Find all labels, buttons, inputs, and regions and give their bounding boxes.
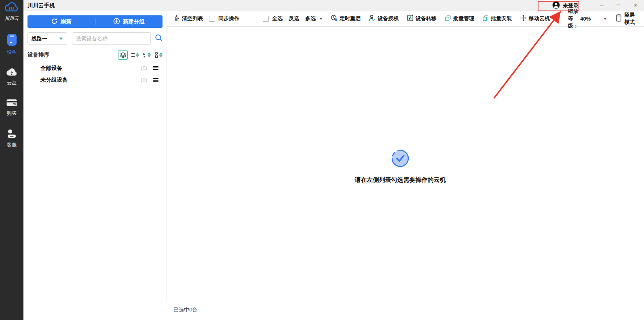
device-auth-button[interactable]: 设备授权	[369, 15, 399, 23]
sort-by-time-button[interactable]	[154, 52, 163, 58]
clear-list-button[interactable]: 清空列表	[173, 15, 203, 23]
chevron-down-icon	[59, 38, 63, 40]
refresh-button[interactable]: 刷新	[27, 15, 95, 28]
sync-operation-label: 同步操作	[218, 15, 239, 22]
magnifier-icon[interactable]	[155, 34, 163, 44]
sync-operation-checkbox[interactable]	[209, 16, 215, 22]
move-cloud-button[interactable]: 移动云机	[520, 15, 550, 23]
sort-title: 设备排序	[27, 51, 49, 59]
action-toolbar: 清空列表 同步操作 全选 反选 多选 定时重启	[167, 11, 644, 27]
multi-select-dropdown[interactable]: 多选	[305, 15, 323, 22]
phone-icon	[6, 34, 17, 48]
panel-action-bar: 刷新 新建分组	[27, 15, 163, 28]
device-transfer-button[interactable]: 设备转移	[407, 15, 437, 23]
sidebar-item-support[interactable]: 客服	[0, 129, 23, 148]
app-title: 川川云手机	[23, 2, 55, 9]
timed-restart-label: 定时重启	[340, 15, 361, 22]
batch-install-button[interactable]: 批量安装	[482, 15, 512, 23]
group-count: (0)	[141, 65, 147, 71]
empty-state-text: 请在左侧列表勾选需要操作的云机	[355, 176, 446, 184]
portrait-mode-button[interactable]: 竖屏模式	[616, 11, 638, 26]
broom-icon	[173, 15, 180, 23]
sort-by-list-button[interactable]	[131, 53, 139, 58]
zoom-level-dropdown[interactable]: 缩放等级： 40%	[568, 8, 607, 29]
multi-select-label: 多选	[305, 15, 316, 22]
sidebar-item-label: 客服	[7, 141, 17, 148]
batch-manage-button[interactable]: 批量管理	[445, 15, 474, 23]
sync-operation-toggle[interactable]: 同步操作	[209, 15, 239, 22]
app-sidebar: 川川云 设备 云盘	[0, 0, 23, 320]
group-name: 未分组设备	[40, 76, 68, 84]
copy-icon	[482, 15, 489, 23]
batch-install-label: 批量安装	[491, 15, 512, 22]
zoom-level-label: 缩放等级：	[568, 8, 580, 29]
plus-circle-icon	[113, 18, 120, 26]
main-content: 请在左侧列表勾选需要操作的云机 已选中0台	[167, 27, 644, 320]
sidebar-item-label: 购买	[7, 110, 17, 117]
move-arrows-icon	[520, 15, 527, 23]
sidebar-item-cloud-disk[interactable]: 云盘	[0, 68, 23, 86]
select-all-label: 全选	[272, 15, 283, 22]
empty-state: 请在左侧列表勾选需要操作的云机	[162, 149, 639, 184]
invert-selection-button[interactable]: 反选	[289, 15, 299, 22]
swap-box-icon	[407, 15, 414, 23]
phone-outline-icon	[616, 14, 622, 23]
svg-text:Z: Z	[144, 55, 146, 58]
portrait-mode-label: 竖屏模式	[624, 11, 638, 26]
refresh-label: 刷新	[61, 18, 72, 25]
group-row-all-devices[interactable]: 全部设备 (0)	[23, 62, 167, 74]
layers-icon	[120, 52, 127, 59]
sort-by-name-button[interactable]: A Z	[143, 52, 151, 58]
customer-service-icon	[6, 129, 17, 140]
titlebar: 川川云手机 未登录 ─ □ ✕	[23, 0, 644, 11]
sort-arrows-icon	[136, 53, 139, 57]
clear-list-label: 清空列表	[182, 15, 203, 22]
app-logo: 川川云	[0, 0, 23, 21]
cloud-logo-icon	[4, 2, 19, 15]
line-select-dropdown[interactable]: 线路一	[27, 32, 67, 45]
select-all-checkbox[interactable]	[263, 16, 269, 22]
cloud-upload-icon	[6, 68, 17, 78]
clock-icon	[331, 15, 338, 23]
toolbar-separator	[563, 15, 563, 22]
selection-status: 已选中0台	[173, 306, 197, 314]
new-group-label: 新建分组	[123, 18, 145, 25]
group-row-ungrouped[interactable]: 未分组设备 (0)	[23, 74, 167, 86]
group-count: (0)	[141, 77, 147, 83]
search-box	[72, 32, 151, 45]
list-lines-icon	[131, 53, 135, 58]
sort-by-group-button[interactable]	[118, 50, 128, 60]
sort-arrows-icon	[148, 53, 151, 57]
group-menu-icon[interactable]	[153, 66, 158, 70]
status-suffix: 台	[192, 307, 197, 313]
group-name: 全部设备	[40, 65, 62, 72]
chevron-down-icon[interactable]	[604, 18, 607, 20]
sidebar-item-devices[interactable]: 设备	[0, 34, 23, 56]
chevron-down-icon[interactable]	[319, 18, 323, 20]
move-cloud-label: 移动云机	[529, 15, 550, 22]
device-group-panel: 刷新 新建分组 线路一 设备排序	[23, 11, 167, 320]
sidebar-item-label: 设备	[7, 49, 17, 56]
bank-card-icon	[6, 99, 17, 109]
user-check-icon	[369, 15, 376, 23]
line-select-value: 线路一	[32, 35, 47, 42]
search-input[interactable]	[76, 36, 147, 42]
timed-restart-button[interactable]: 定时重启	[331, 15, 361, 23]
refresh-circle-icon	[51, 18, 58, 26]
a-z-icon: A Z	[143, 52, 147, 58]
select-all-toggle[interactable]: 全选	[263, 15, 283, 22]
sidebar-item-label: 云盘	[7, 80, 17, 86]
device-auth-label: 设备授权	[378, 15, 399, 22]
zoom-level-value: 40%	[580, 16, 591, 22]
logo-text: 川川云	[5, 15, 19, 21]
status-prefix: 已选中	[173, 307, 189, 313]
new-group-button[interactable]: 新建分组	[95, 15, 163, 28]
device-sort-row: 设备排序 A Z	[27, 50, 163, 60]
check-circle-icon	[391, 149, 410, 169]
group-menu-icon[interactable]	[153, 78, 158, 82]
sidebar-item-buy[interactable]: 购买	[0, 99, 23, 117]
hourglass-icon	[154, 52, 158, 58]
batch-manage-label: 批量管理	[453, 15, 474, 22]
panel-divider	[167, 11, 167, 301]
device-transfer-label: 设备转移	[416, 15, 437, 22]
